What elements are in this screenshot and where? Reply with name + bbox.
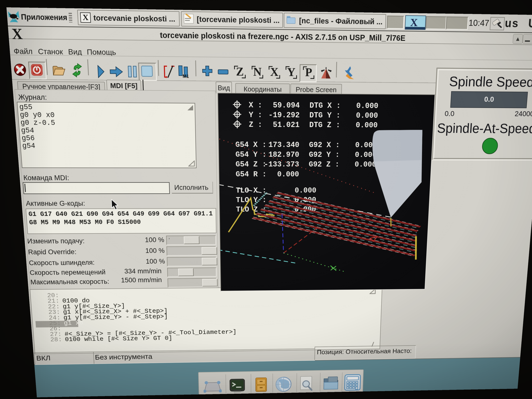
- svg-text:DTG Y :: DTG Y :: [309, 111, 341, 120]
- svg-text:G92 Z :: G92 Z :: [309, 160, 339, 169]
- svg-text:51.021: 51.021: [273, 121, 300, 129]
- svg-text:G92 Y :: G92 Y :: [309, 151, 340, 159]
- svg-text:173.340: 173.340: [268, 141, 299, 149]
- svg-text:M1: M1: [183, 74, 189, 78]
- svg-text:59.094: 59.094: [273, 101, 300, 110]
- svg-text:G54 Y :: G54 Y :: [235, 150, 266, 159]
- svg-text:0.000: 0.000: [295, 186, 317, 195]
- svg-text:DTG Z :: DTG Z :: [309, 121, 340, 129]
- svg-text:X :: X :: [249, 101, 262, 110]
- svg-text:0.000: 0.000: [355, 160, 376, 169]
- svg-text:Y :: Y :: [249, 111, 262, 120]
- svg-text:0.000: 0.000: [356, 101, 378, 110]
- svg-text:G54 X :: G54 X :: [235, 141, 266, 149]
- svg-text:DTG X :: DTG X :: [310, 101, 341, 110]
- svg-text:-19.292: -19.292: [268, 111, 300, 120]
- svg-text:0.000: 0.000: [355, 121, 378, 130]
- svg-text:Z :: Z :: [249, 120, 262, 129]
- svg-text:0.000: 0.000: [356, 111, 378, 120]
- svg-text:G92 X :: G92 X :: [309, 141, 340, 149]
- svg-text:0.000: 0.000: [277, 170, 299, 179]
- svg-text:G54 Z :: G54 Z :: [236, 160, 267, 169]
- svg-text:G54 R :: G54 R :: [236, 170, 266, 179]
